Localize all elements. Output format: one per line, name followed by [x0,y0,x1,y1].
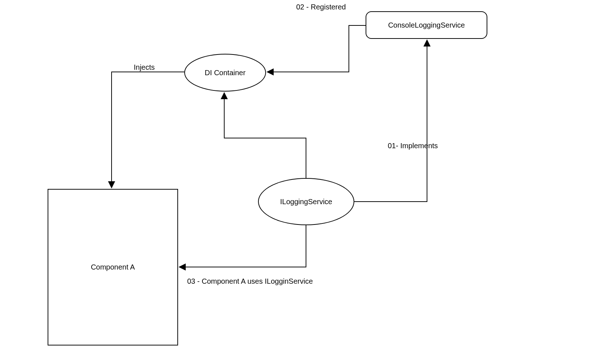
node-label: ILoggingService [280,198,332,206]
edge-implements [354,40,427,202]
node-di-container: DI Container [184,54,266,92]
edge-label-uses: 03 - Component A uses ILogginService [187,277,313,286]
node-ilogging-service: ILoggingService [258,178,354,225]
node-label: ConsoleLoggingService [388,21,465,29]
edge-ilogging-to-di [224,93,306,178]
node-component-a: Component A [48,189,178,345]
node-label: Component A [91,263,135,271]
edge-injects [112,72,184,188]
edge-uses [179,225,306,267]
node-console-logging-service: ConsoleLoggingService [366,11,487,39]
edge-label-implements: 01- Implements [388,142,438,150]
edge-label-injects: Injects [134,63,155,72]
edge-label-registered: 02 - Registered [296,3,346,11]
edge-registered [267,25,366,72]
node-label: DI Container [205,69,245,77]
